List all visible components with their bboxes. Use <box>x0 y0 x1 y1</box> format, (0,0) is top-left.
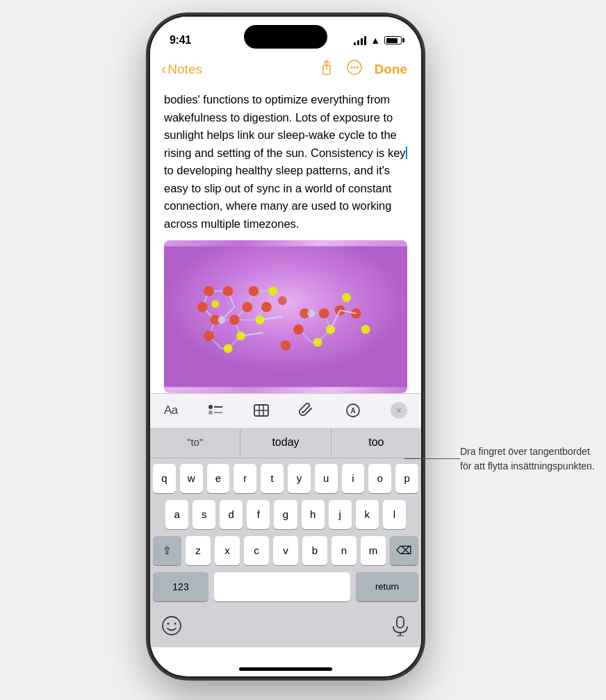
key-p[interactable]: p <box>395 464 418 493</box>
status-time: 9:41 <box>170 34 191 47</box>
table-icon[interactable] <box>253 403 270 418</box>
key-n[interactable]: n <box>331 536 357 565</box>
svg-point-39 <box>281 340 291 351</box>
autocomplete-label-1: "to" <box>187 436 203 448</box>
key-e[interactable]: e <box>207 464 230 493</box>
key-x[interactable]: x <box>215 536 240 565</box>
key-delete[interactable]: ⌫ <box>390 536 418 565</box>
svg-rect-55 <box>397 617 404 628</box>
battery-icon <box>384 36 402 44</box>
autocomplete-label-3: too <box>368 436 384 448</box>
svg-point-33 <box>307 309 315 317</box>
key-s[interactable]: s <box>193 500 215 529</box>
svg-point-32 <box>313 338 322 347</box>
key-b[interactable]: b <box>302 536 327 565</box>
callout-annotation: Dra fingret över tangentbordet för att f… <box>460 444 599 474</box>
autocomplete-item-2[interactable]: today <box>240 429 331 456</box>
key-f[interactable]: f <box>247 500 270 529</box>
done-button[interactable]: Done <box>375 62 408 77</box>
dynamic-island <box>244 25 327 49</box>
toolbar-close-button[interactable]: × <box>391 402 407 419</box>
more-icon[interactable] <box>347 60 362 78</box>
callout-text: Dra fingret över tangentbordet för att f… <box>460 444 599 474</box>
note-content: bodies' functions to optimize everything… <box>150 85 421 393</box>
format-text-icon[interactable]: Aa <box>164 403 178 417</box>
callout-line <box>404 458 460 459</box>
svg-point-21 <box>249 285 259 296</box>
back-label[interactable]: Notes <box>167 62 202 77</box>
formatting-toolbar: Aa <box>150 393 421 428</box>
key-o[interactable]: o <box>368 464 391 493</box>
svg-point-4 <box>353 67 355 69</box>
key-a[interactable]: a <box>165 500 188 529</box>
svg-point-41 <box>278 296 287 305</box>
svg-point-15 <box>218 316 225 324</box>
nav-right-actions: Done <box>319 60 408 78</box>
close-icon: × <box>396 405 402 416</box>
key-t[interactable]: t <box>261 464 284 493</box>
keyboard[interactable]: q w e r t y u i o p a s d f g h j k <box>150 458 421 611</box>
svg-point-3 <box>350 67 352 69</box>
note-text[interactable]: bodies' functions to optimize everything… <box>164 91 407 233</box>
svg-point-40 <box>361 324 370 333</box>
keyboard-bottom-bar <box>150 611 421 647</box>
home-indicator <box>239 667 332 671</box>
key-return[interactable]: return <box>356 572 418 601</box>
key-d[interactable]: d <box>220 500 243 529</box>
emoji-icon[interactable] <box>161 615 182 640</box>
svg-point-35 <box>342 292 351 301</box>
text-cursor <box>406 147 407 159</box>
dictation-icon[interactable] <box>391 615 410 640</box>
svg-point-28 <box>293 324 304 335</box>
share-icon[interactable] <box>319 60 334 78</box>
attachment-icon[interactable] <box>299 403 316 418</box>
svg-point-14 <box>224 344 233 353</box>
svg-point-44 <box>208 410 213 415</box>
key-w[interactable]: w <box>180 464 203 493</box>
svg-point-12 <box>229 315 240 325</box>
key-q[interactable]: q <box>153 464 176 493</box>
key-h[interactable]: h <box>302 500 325 529</box>
keyboard-row-1: q w e r t y u i o p <box>153 464 418 493</box>
keyboard-row-4: 123 return <box>153 572 418 601</box>
key-u[interactable]: u <box>315 464 338 493</box>
svg-point-17 <box>204 285 214 296</box>
svg-text:A: A <box>350 407 355 415</box>
key-space[interactable] <box>214 572 350 601</box>
status-bar: 9:41 ▲ <box>150 17 421 54</box>
markup-icon[interactable]: A <box>345 403 361 418</box>
svg-point-54 <box>174 622 177 624</box>
svg-point-53 <box>167 622 170 624</box>
svg-point-10 <box>204 331 214 341</box>
key-numbers[interactable]: 123 <box>153 572 208 601</box>
svg-point-30 <box>319 308 329 319</box>
svg-point-5 <box>356 67 358 69</box>
key-v[interactable]: v <box>273 536 298 565</box>
key-r[interactable]: r <box>234 464 256 493</box>
key-c[interactable]: c <box>244 536 269 565</box>
status-icons: ▲ <box>354 35 402 46</box>
autocomplete-item-3[interactable]: too <box>331 429 421 456</box>
svg-point-42 <box>208 405 213 409</box>
key-m[interactable]: m <box>361 536 386 565</box>
keyboard-row-2: a s d f g h j k l <box>153 500 418 529</box>
key-i[interactable]: i <box>342 464 365 493</box>
autocomplete-item-1[interactable]: "to" <box>150 429 240 456</box>
list-icon[interactable] <box>207 403 224 418</box>
svg-rect-6 <box>164 246 407 387</box>
key-y[interactable]: y <box>288 464 311 493</box>
svg-point-20 <box>242 301 252 312</box>
key-j[interactable]: j <box>329 500 352 529</box>
back-button[interactable]: ‹ Notes <box>161 60 202 78</box>
key-l[interactable]: l <box>383 500 406 529</box>
key-k[interactable]: k <box>356 500 379 529</box>
autocomplete-bar: "to" today too <box>150 428 421 458</box>
svg-point-19 <box>211 300 219 308</box>
key-z[interactable]: z <box>186 536 211 565</box>
back-chevron-icon: ‹ <box>161 60 166 78</box>
key-g[interactable]: g <box>274 500 297 529</box>
nav-bar: ‹ Notes <box>150 54 421 85</box>
keyboard-row-3: ⇧ z x c v b n m ⌫ <box>153 536 418 565</box>
key-shift[interactable]: ⇧ <box>153 536 181 565</box>
svg-point-16 <box>197 301 208 312</box>
